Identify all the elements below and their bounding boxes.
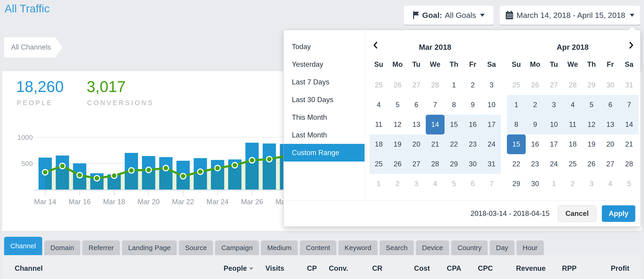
cancel-button[interactable]: Cancel xyxy=(558,205,596,222)
day-cell[interactable]: 27 xyxy=(407,75,426,95)
day-cell[interactable]: 16 xyxy=(526,134,544,154)
day-cell[interactable]: 3 xyxy=(407,174,426,194)
day-cell[interactable]: 2 xyxy=(388,174,407,194)
day-cell[interactable]: 30 xyxy=(463,154,482,174)
prev-month-icon[interactable] xyxy=(370,40,380,50)
day-cell[interactable]: 3 xyxy=(582,174,601,194)
day-cell[interactable]: 5 xyxy=(388,95,407,115)
day-cell[interactable]: 19 xyxy=(388,134,407,154)
day-cell[interactable]: 26 xyxy=(388,75,407,95)
tab-landing-page[interactable]: Landing Page xyxy=(122,240,177,255)
tab-channel[interactable]: Channel xyxy=(4,237,42,255)
day-cell[interactable]: 28 xyxy=(563,75,582,95)
day-cell[interactable]: 18 xyxy=(563,134,582,154)
day-cell[interactable]: 4 xyxy=(369,95,388,115)
day-cell[interactable]: 23 xyxy=(526,154,544,174)
day-cell[interactable]: 25 xyxy=(507,75,526,95)
day-cell[interactable]: 6 xyxy=(407,95,426,115)
column-header-cpc[interactable]: CPC xyxy=(478,264,493,272)
day-cell[interactable]: 2 xyxy=(563,174,582,194)
day-cell[interactable]: 25 xyxy=(369,154,388,174)
day-cell[interactable]: 26 xyxy=(582,154,601,174)
day-cell[interactable]: 24 xyxy=(482,134,501,154)
day-cell[interactable]: 29 xyxy=(507,174,526,194)
day-cell[interactable]: 27 xyxy=(601,154,620,174)
day-cell[interactable]: 2 xyxy=(463,75,482,95)
day-cell[interactable]: 26 xyxy=(526,75,544,95)
day-cell[interactable]: 4 xyxy=(426,174,444,194)
day-cell[interactable]: 25 xyxy=(369,75,388,95)
breadcrumb-all-channels[interactable]: All Channels xyxy=(4,37,55,57)
tab-domain[interactable]: Domain xyxy=(44,240,80,255)
goal-selector-button[interactable]: Goal: All Goals xyxy=(404,6,493,25)
tab-medium[interactable]: Medium xyxy=(261,240,298,255)
day-cell[interactable]: 7 xyxy=(620,95,638,115)
day-cell[interactable]: 14 xyxy=(620,115,638,134)
column-header-cr[interactable]: CR xyxy=(372,264,382,272)
preset-last-30-days[interactable]: Last 30 Days xyxy=(284,91,364,109)
day-cell[interactable]: 10 xyxy=(544,115,563,134)
day-cell[interactable]: 25 xyxy=(563,154,582,174)
tab-keyword[interactable]: Keyword xyxy=(338,240,378,255)
day-cell[interactable]: 7 xyxy=(426,95,444,115)
tab-hour[interactable]: Hour xyxy=(516,240,544,255)
day-cell[interactable]: 4 xyxy=(601,174,620,194)
day-cell[interactable]: 18 xyxy=(369,134,388,154)
day-cell[interactable]: 3 xyxy=(482,75,501,95)
tab-country[interactable]: Country xyxy=(451,240,488,255)
day-cell-selected[interactable]: 15 xyxy=(507,134,526,154)
day-cell[interactable]: 29 xyxy=(582,75,601,95)
day-cell[interactable]: 27 xyxy=(544,75,563,95)
day-cell[interactable]: 23 xyxy=(463,134,482,154)
day-cell[interactable]: 17 xyxy=(482,115,501,134)
day-cell[interactable]: 28 xyxy=(426,154,444,174)
day-cell[interactable]: 5 xyxy=(582,95,601,115)
column-header-revenue[interactable]: Revenue xyxy=(516,264,546,272)
day-cell[interactable]: 30 xyxy=(526,174,544,194)
day-cell[interactable]: 12 xyxy=(388,115,407,134)
day-cell[interactable]: 26 xyxy=(388,154,407,174)
day-cell[interactable]: 4 xyxy=(563,95,582,115)
day-cell[interactable]: 21 xyxy=(426,134,444,154)
day-cell[interactable]: 3 xyxy=(544,95,563,115)
date-range-button[interactable]: March 14, 2018 - April 15, 2018 xyxy=(500,6,640,25)
preset-last-month[interactable]: Last Month xyxy=(284,126,364,144)
tab-device[interactable]: Device xyxy=(416,240,449,255)
column-header-cpa[interactable]: CPA xyxy=(447,264,461,272)
day-cell[interactable]: 6 xyxy=(601,95,620,115)
preset-last-7-days[interactable]: Last 7 Days xyxy=(284,73,364,91)
tab-content[interactable]: Content xyxy=(300,240,336,255)
day-cell[interactable]: 1 xyxy=(507,95,526,115)
column-header-people[interactable]: People xyxy=(224,264,253,272)
day-cell-selected[interactable]: 14 xyxy=(426,115,444,134)
day-cell[interactable]: 17 xyxy=(544,134,563,154)
tab-campaign[interactable]: Campaign xyxy=(215,240,259,255)
day-cell[interactable]: 16 xyxy=(463,115,482,134)
column-header-visits[interactable]: Visits xyxy=(266,264,284,272)
day-cell[interactable]: 12 xyxy=(582,115,601,134)
tab-source[interactable]: Source xyxy=(179,240,213,255)
column-header-conv-[interactable]: Conv. xyxy=(329,264,348,272)
day-cell[interactable]: 1 xyxy=(544,174,563,194)
column-header-cost[interactable]: Cost xyxy=(414,264,430,272)
column-header-cp[interactable]: CP xyxy=(307,264,317,272)
day-cell[interactable]: 31 xyxy=(620,75,638,95)
day-cell[interactable]: 22 xyxy=(507,154,526,174)
day-cell[interactable]: 1 xyxy=(369,174,388,194)
day-cell[interactable]: 7 xyxy=(482,174,501,194)
day-cell[interactable]: 28 xyxy=(426,75,444,95)
apply-button[interactable]: Apply xyxy=(602,205,635,222)
tab-day[interactable]: Day xyxy=(490,240,514,255)
preset-yesterday[interactable]: Yesterday xyxy=(284,56,364,73)
day-cell[interactable]: 20 xyxy=(407,134,426,154)
day-cell[interactable]: 11 xyxy=(563,115,582,134)
day-cell[interactable]: 27 xyxy=(407,154,426,174)
next-month-icon[interactable] xyxy=(626,40,636,50)
day-cell[interactable]: 20 xyxy=(601,134,620,154)
day-cell[interactable]: 30 xyxy=(601,75,620,95)
day-cell[interactable]: 8 xyxy=(507,115,526,134)
day-cell[interactable]: 13 xyxy=(407,115,426,134)
day-cell[interactable]: 9 xyxy=(526,115,544,134)
day-cell[interactable]: 19 xyxy=(582,134,601,154)
day-cell[interactable]: 5 xyxy=(444,174,463,194)
